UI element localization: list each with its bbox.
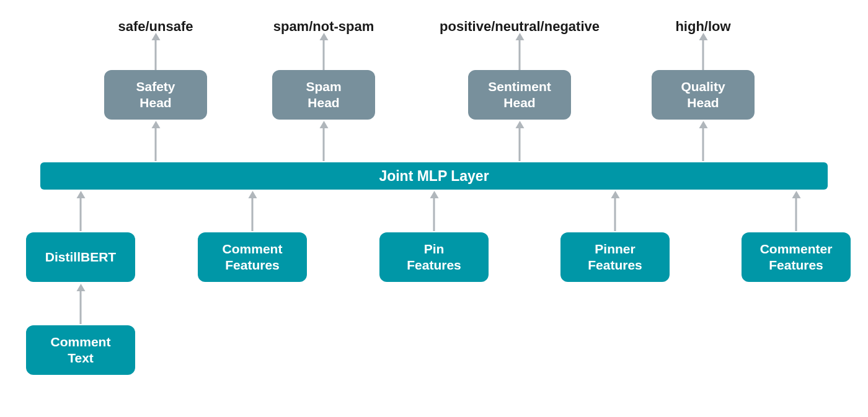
- input-pinner-features: Pinner Features: [560, 232, 670, 282]
- head-quality: Quality Head: [652, 70, 755, 120]
- arrow-joint-quality: [702, 127, 704, 161]
- arrow-commentfeat-joint: [252, 197, 254, 231]
- arrow-joint-safety: [155, 127, 157, 161]
- input-distilbert: DistillBERT: [26, 232, 135, 282]
- arrow-joint-spam: [323, 127, 325, 161]
- arrow-safety-output: [155, 39, 157, 70]
- input-comment-features: Comment Features: [198, 232, 307, 282]
- head-spam: Spam Head: [272, 70, 375, 120]
- arrow-commenterfeat-joint: [795, 197, 797, 231]
- head-sentiment: Sentiment Head: [468, 70, 571, 120]
- arrow-distilbert-joint: [80, 197, 82, 231]
- source-comment-text: Comment Text: [26, 325, 135, 375]
- arrow-sentiment-output: [519, 39, 521, 70]
- arrow-pinnerfeat-joint: [614, 197, 616, 231]
- joint-mlp-layer: Joint MLP Layer: [40, 162, 828, 190]
- arrow-quality-output: [702, 39, 704, 70]
- input-commenter-features: Commenter Features: [742, 232, 851, 282]
- head-safety: Safety Head: [104, 70, 207, 120]
- arrow-commenttext-distilbert: [80, 290, 82, 324]
- input-pin-features: Pin Features: [379, 232, 489, 282]
- arrow-spam-output: [323, 39, 325, 70]
- arrow-joint-sentiment: [519, 127, 521, 161]
- arrow-pinfeat-joint: [433, 197, 435, 231]
